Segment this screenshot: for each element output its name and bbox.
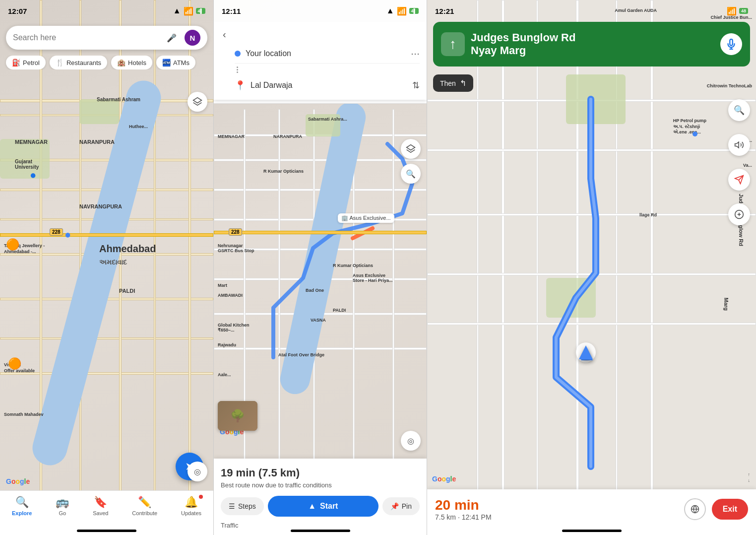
bottom-nav-p1: 🔍 Explore 🚌 Go 🔖 Saved ✏️ Contribute 🔔 U… <box>0 490 213 535</box>
sabarmati-p2: Sabarmati Ashra... <box>308 117 347 122</box>
asus-bubble: 🏢 Asus Exclusive... <box>338 213 394 223</box>
overview-button-p3[interactable] <box>684 498 706 520</box>
layers-btn-p2[interactable] <box>401 139 421 159</box>
to-location-text: Lal Darwaja <box>251 81 407 90</box>
aale-label: Aale... <box>218 372 231 377</box>
chip-petrol[interactable]: ⛽ Petrol <box>6 56 46 69</box>
explore-icon: 🔍 <box>15 496 29 509</box>
nav-arrow-status: ▲ <box>386 6 394 15</box>
start-button[interactable]: ▲ Start <box>268 496 378 517</box>
search-input-p1[interactable] <box>13 33 159 42</box>
updates-label: Updates <box>181 510 201 516</box>
chip-hotels[interactable]: 🏨 Hotels <box>111 56 152 69</box>
swap-icon[interactable]: ⇅ <box>412 80 420 91</box>
go-icon: 🚌 <box>56 496 69 509</box>
status-icons-p1: ▲ 📶 4▌ <box>173 6 205 16</box>
nav-saved[interactable]: 🔖 Saved <box>93 496 108 516</box>
wifi-p2: 📶 <box>397 6 407 16</box>
layers-btn-p1[interactable] <box>188 92 207 112</box>
then-turn-icon: ↰ <box>460 78 466 88</box>
exit-button-p3[interactable]: Exit <box>712 499 748 520</box>
route-action-row: ☰ Steps ▲ Start 📌 Pin <box>221 496 420 517</box>
nav-explore[interactable]: 🔍 Explore <box>12 496 32 516</box>
route-from-row[interactable]: Your location ⋯ <box>235 44 420 64</box>
route-to-row[interactable]: 📍 Lal Darwaja ⇅ <box>235 76 420 95</box>
va-label: Va... <box>743 163 752 168</box>
nav-go[interactable]: 🚌 Go <box>56 496 69 516</box>
rajwadu-label: Rajwadu <box>218 342 236 347</box>
route-more-btn[interactable]: ⋯ <box>411 48 420 59</box>
location-btn-p2[interactable]: ◎ <box>401 431 421 451</box>
somnath-label: Somnath Mahadev <box>4 412 44 417</box>
battery-p2: 4▌ <box>409 8 419 14</box>
steps-icon: ☰ <box>229 502 235 510</box>
status-bar-p3: 12:21 📶 48 <box>427 0 756 22</box>
vishalla-pin: 🟠 <box>8 357 21 370</box>
signal-p1: 📶 <box>184 6 193 16</box>
location-dot-p1: ● <box>64 228 71 241</box>
nav-mic-button[interactable] <box>720 33 742 55</box>
paldi-label: PALDI <box>119 288 135 294</box>
rkumar2-label: R Kumar Opticians <box>333 263 373 268</box>
time-p3: 12:21 <box>435 7 454 15</box>
university-pin: ● <box>30 169 36 182</box>
google-logo-p3: Google <box>432 475 456 483</box>
go-label: Go <box>59 510 66 516</box>
route-connector <box>237 66 238 74</box>
search-btn-p3[interactable]: 🔍 <box>728 99 750 121</box>
svg-marker-0 <box>193 98 202 103</box>
gujarat-uni-label: GujaratUniversity <box>15 159 39 170</box>
marg-label: Marg <box>723 298 729 311</box>
map-background-p3: Amul Garden AUDA Chief Justice Bun... Ch… <box>427 0 756 535</box>
hp-petrol-pin <box>693 132 697 136</box>
sound-btn-p3[interactable] <box>728 134 750 156</box>
bottom-panel-p2: 19 min (7.5 km) Best route now due to tr… <box>214 459 427 535</box>
status-bar-p1: 12:07 ▲ 📶 4▌ <box>0 0 213 22</box>
chip-atms-label: ATMs <box>173 59 189 67</box>
pin-label: Pin <box>402 502 412 510</box>
panel-maps-overview: MEMNAGAR NARANPURA GujaratUniversity NAV… <box>0 0 213 535</box>
atal-bridge-label: Atal Foot Over Bridge <box>278 352 324 357</box>
petrol-icon: ⛽ <box>12 59 20 67</box>
status-bar-p2: 12:11 ▲ 📶 4▌ <box>214 0 427 22</box>
traffic-label: Traffic <box>221 522 420 529</box>
steps-button[interactable]: ☰ Steps <box>221 497 264 515</box>
add-stop-btn-p3[interactable] <box>728 203 750 225</box>
atm-icon: 🏧 <box>162 59 171 67</box>
route-info: Best route now due to traffic conditions <box>221 481 420 489</box>
asus-label: Asus ExclusiveStore - Hari Priya... <box>353 273 393 283</box>
chip-atms[interactable]: 🏧 ATMs <box>156 56 195 69</box>
destination-pin: 📍 <box>235 81 246 90</box>
panel-navigation-active: Amul Garden AUDA Chief Justice Bun... Ch… <box>427 0 756 535</box>
pin-button[interactable]: 📌 Pin <box>382 497 420 515</box>
search-bar-p1[interactable]: 🎤 N <box>6 26 207 50</box>
ahmedabad-label: Ahmedabad <box>99 243 156 255</box>
chip-restaurants[interactable]: 🍴 Restaurants <box>50 56 107 69</box>
share-location-btn-p3[interactable] <box>728 169 750 191</box>
nav-updates[interactable]: 🔔 Updates <box>181 496 201 516</box>
ambawadi-label: AMBAWADI <box>218 293 243 298</box>
then-label: Then <box>440 79 456 87</box>
filter-chips-p1: ⛽ Petrol 🍴 Restaurants 🏨 Hotels 🏧 ATMs <box>0 56 213 69</box>
my-location-btn-p1[interactable]: ◎ <box>188 462 207 481</box>
wifi-p1: ▲ <box>173 6 181 15</box>
eta-details: 7.5 km · 12:41 PM <box>435 513 492 521</box>
nav-header-p3: ↑ Judges Bunglow Rd Nyay Marg <box>433 22 750 67</box>
back-button-p2[interactable]: ‹ <box>221 27 228 42</box>
global-kitchen-label: Global Kitchen₹650–... <box>218 323 250 333</box>
battery-p3: 48 <box>739 8 748 14</box>
chip-hotels-label: Hotels <box>128 59 146 67</box>
current-location-indicator <box>579 345 593 359</box>
panel-route-preview: 228 MEMNAGAR NARANPURA Sabarmati Ashra..… <box>213 0 427 535</box>
bottom-panel-p3: 20 min 7.5 km · 12:41 PM Exit <box>427 489 756 535</box>
navrangpura-label: NAVRANGPURA <box>79 203 122 209</box>
huthee-label: Huthee... <box>129 124 148 129</box>
scale-indicator: ↑ ↓ <box>748 472 751 483</box>
sabarmati-label: Sabarmati Ashram <box>97 97 140 102</box>
map-thumbnail-p2: 🌳 <box>218 401 257 431</box>
mic-icon-p1[interactable]: 🎤 <box>164 30 180 46</box>
badonone-label: Bad One <box>306 288 324 293</box>
nav-contribute[interactable]: ✏️ Contribute <box>132 496 157 516</box>
search-btn-p2[interactable]: 🔍 <box>401 164 421 184</box>
avatar-p1[interactable]: N <box>185 30 200 46</box>
